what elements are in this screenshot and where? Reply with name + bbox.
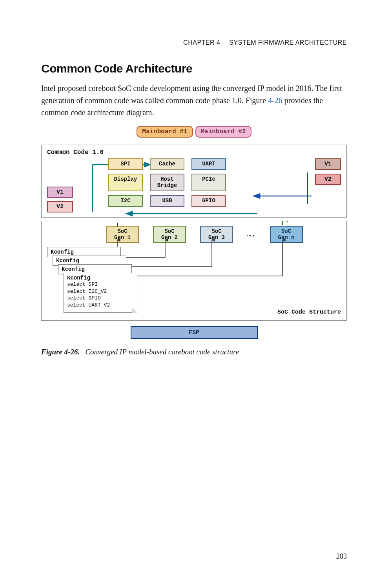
soc-code-structure-label: SoC Code Structure — [277, 309, 341, 316]
kconfig-select-1: select SPI — [67, 281, 134, 288]
chapter-title: SYSTEM FIRMWARE ARCHITECTURE — [229, 39, 347, 46]
dog-ear-icon — [132, 307, 137, 313]
version-v2-left-chip: V2 — [47, 201, 73, 212]
module-usb: USB — [150, 195, 184, 207]
common-code-box: Common Code 1.0 — [41, 145, 347, 218]
figure-caption: Figure 4-26. Converged IP model-based co… — [41, 348, 347, 356]
kconfig-card-4: Kconfig select SPI select I2C_V2 select … — [64, 273, 137, 313]
figure-caption-text: Converged IP model-based coreboot code s… — [85, 348, 239, 356]
soc-ellipsis: …. — [247, 230, 256, 238]
module-uart: UART — [191, 158, 226, 170]
figure-reference-link[interactable]: 4-26 — [268, 96, 282, 105]
body-paragraph: Intel proposed coreboot SoC code develop… — [41, 82, 347, 119]
module-pcie: PCIe — [191, 174, 226, 191]
running-header: CHAPTER 4 SYSTEM FIRMWARE ARCHITECTURE — [41, 39, 347, 46]
module-host-bridge: Host Bridge — [150, 174, 184, 191]
version-v2-right-chip: V2 — [315, 174, 341, 185]
figure-diagram: Mainboard #1 Mainboard #2 Common Code 1.… — [41, 126, 347, 339]
module-spi: SPI — [108, 158, 143, 170]
kconfig-stack: Kconfig Kconfig Kconfig Kconfig select S… — [47, 247, 341, 316]
module-i2c: I2C — [108, 195, 143, 207]
kconfig-select-2: select I2C_V2 — [67, 288, 134, 295]
kconfig-card-4-title: Kconfig — [67, 275, 90, 281]
mainboard-1-chip: Mainboard #1 — [137, 126, 193, 138]
module-cache: Cache — [150, 158, 184, 170]
soc-gen-1: SoC Gen 1 — [106, 226, 139, 243]
fsp-block: FSP — [131, 326, 258, 339]
page-number: 283 — [336, 552, 347, 561]
kconfig-select-4: select UART_V2 — [67, 302, 134, 309]
soc-code-structure-box: SoC Gen 1 SoC Gen 2 SoC Gen 3 …. SoC Gen… — [41, 221, 347, 321]
soc-gen-n: SoC Gen n — [270, 226, 303, 243]
soc-gen-3: SoC Gen 3 — [200, 226, 233, 243]
version-v1-right-chip: V1 — [315, 158, 341, 170]
mainboard-2-chip: Mainboard #2 — [195, 126, 251, 138]
module-display: Display — [108, 174, 143, 191]
version-v1-left-chip: V1 — [47, 187, 73, 198]
figure-caption-label: Figure 4-26. — [41, 348, 80, 356]
soc-gen-2: SoC Gen 2 — [153, 226, 186, 243]
kconfig-select-3: select GPIO — [67, 295, 134, 302]
section-heading: Common Code Architecture — [41, 62, 347, 75]
common-code-label: Common Code 1.0 — [47, 149, 341, 156]
chapter-label: CHAPTER 4 — [183, 39, 220, 46]
module-gpio: GPIO — [191, 195, 226, 207]
